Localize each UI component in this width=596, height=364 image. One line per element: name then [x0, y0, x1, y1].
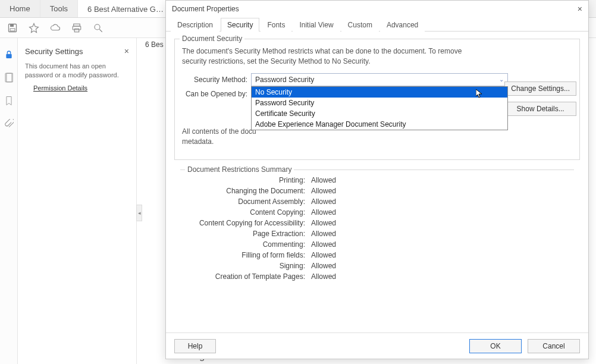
panel-title: Security Settings [25, 47, 83, 56]
restriction-row: Creation of Template Pages:Allowed [180, 272, 574, 281]
restriction-label: Changing the Document: [180, 187, 305, 195]
restriction-value: Allowed [311, 240, 336, 249]
restriction-row: Page Extraction:Allowed [180, 230, 574, 238]
dropdown-option-certificate-security[interactable]: Certificate Security [252, 108, 507, 119]
restriction-label: Signing: [180, 262, 305, 270]
restriction-label: Page Extraction: [180, 230, 305, 238]
dialog-body: Document Security The document's Securit… [166, 32, 588, 332]
chevron-down-icon: ⌄ [499, 76, 504, 83]
security-method-value: Password Security [255, 76, 314, 84]
zoom-icon[interactable] [93, 23, 103, 33]
tab-initial-view[interactable]: Initial View [293, 18, 340, 32]
dialog-close-icon[interactable]: × [578, 4, 582, 14]
document-heading-snippet: 6 Bes [145, 40, 164, 49]
restriction-value: Allowed [311, 187, 336, 195]
dialog-tab-bar: Description Security Fonts Initial View … [166, 17, 588, 32]
restriction-value: Allowed [311, 197, 336, 206]
restriction-value: Allowed [311, 176, 336, 184]
document-properties-dialog: Document Properties × Description Securi… [165, 0, 589, 359]
security-description: The document's Security Method restricts… [182, 46, 479, 67]
side-button-column: Change Settings... Show Details... [504, 81, 576, 116]
security-settings-panel: Security Settings × This document has an… [18, 38, 137, 364]
dropdown-option-aem-security[interactable]: Adobe Experience Manager Document Securi… [252, 119, 507, 130]
star-icon[interactable] [29, 23, 39, 33]
tab-file-label: 6 Best Alternative G… [87, 5, 164, 14]
restriction-row: Signing:Allowed [180, 262, 574, 270]
tab-security[interactable]: Security [221, 18, 259, 32]
dialog-title: Document Properties [172, 5, 239, 13]
encryption-note-line2: metadata. [182, 137, 214, 146]
tab-home[interactable]: Home [0, 0, 40, 17]
restriction-row: Content Copying for Accessibility:Allowe… [180, 219, 574, 227]
dropdown-option-password-security[interactable]: Password Security [252, 98, 507, 108]
restriction-value: Allowed [311, 208, 336, 216]
help-button[interactable]: Help [174, 339, 216, 353]
tab-tools[interactable]: Tools [40, 0, 78, 17]
restrictions-group: Document Restrictions Summary Printing:A… [174, 170, 580, 291]
security-method-label: Security Method: [181, 76, 247, 84]
attachment-icon[interactable] [4, 119, 14, 130]
tab-custom[interactable]: Custom [341, 18, 379, 32]
tab-description[interactable]: Description [171, 18, 219, 32]
dialog-titlebar: Document Properties × [166, 1, 588, 17]
restriction-value: Allowed [311, 262, 336, 270]
encryption-note-line1: All contents of the docu [182, 127, 256, 136]
panel-description: This document has an open password or a … [25, 62, 129, 80]
svg-rect-5 [74, 29, 79, 32]
panel-close-icon[interactable]: × [124, 46, 129, 56]
security-method-select[interactable]: Password Security ⌄ No Security Password… [251, 73, 508, 86]
restriction-row: Content Copying:Allowed [180, 208, 574, 216]
show-details-button[interactable]: Show Details... [504, 102, 576, 116]
restriction-row: Printing:Allowed [180, 176, 574, 184]
restriction-value: Allowed [311, 251, 336, 259]
bookmark-icon[interactable] [5, 96, 13, 106]
restriction-label: Filling of form fields: [180, 251, 305, 259]
restriction-label: Content Copying: [180, 208, 305, 216]
svg-rect-2 [10, 29, 15, 31]
restriction-value: Allowed [311, 272, 336, 281]
restriction-row: Changing the Document:Allowed [180, 187, 574, 195]
svg-rect-4 [73, 26, 81, 30]
group-title: Document Security [180, 34, 244, 43]
print-icon[interactable] [71, 23, 82, 33]
dropdown-option-no-security[interactable]: No Security [252, 87, 507, 98]
ok-button[interactable]: OK [469, 339, 522, 353]
restriction-label: Content Copying for Accessibility: [180, 219, 305, 227]
tab-fonts[interactable]: Fonts [261, 18, 291, 32]
page-icon[interactable] [4, 73, 13, 83]
permission-details-link[interactable]: Permission Details [33, 84, 87, 92]
svg-point-6 [95, 24, 100, 30]
restriction-row: Document Assembly:Allowed [180, 197, 574, 206]
panel-collapse-handle[interactable]: ◂ [136, 205, 142, 221]
cancel-button[interactable]: Cancel [528, 339, 580, 353]
lock-icon[interactable] [4, 50, 14, 59]
restrictions-title: Document Restrictions Summary [185, 165, 294, 174]
restriction-value: Allowed [311, 219, 336, 227]
restriction-row: Filling of form fields:Allowed [180, 251, 574, 259]
left-rail [0, 38, 18, 364]
restriction-value: Allowed [311, 230, 336, 238]
svg-rect-1 [10, 24, 14, 27]
save-icon[interactable] [7, 23, 18, 33]
svg-line-7 [99, 29, 102, 32]
svg-rect-8 [6, 54, 11, 58]
cloud-icon[interactable] [50, 23, 61, 33]
restriction-label: Creation of Template Pages: [180, 272, 305, 281]
restriction-label: Commenting: [180, 240, 305, 249]
restriction-row: Commenting:Allowed [180, 240, 574, 249]
restriction-label: Document Assembly: [180, 197, 305, 206]
can-be-opened-label: Can be Opened by: [181, 90, 247, 98]
dialog-footer: Help OK Cancel [166, 332, 588, 359]
restrictions-list: Printing:AllowedChanging the Document:Al… [180, 176, 574, 281]
change-settings-button[interactable]: Change Settings... [504, 81, 576, 96]
tab-advanced[interactable]: Advanced [380, 18, 425, 32]
restriction-label: Printing: [180, 176, 305, 184]
security-method-dropdown: No Security Password Security Certificat… [251, 86, 508, 130]
